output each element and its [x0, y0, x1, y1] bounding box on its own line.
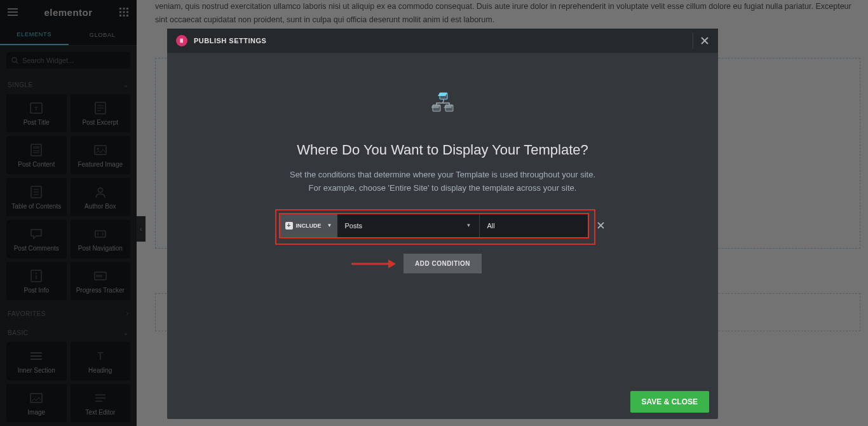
modal-title: PUBLISH SETTINGS: [194, 37, 266, 45]
close-icon[interactable]: [693, 32, 709, 49]
condition-match-value: All: [487, 222, 495, 230]
caret-down-icon: ▼: [327, 223, 332, 228]
condition-match-field[interactable]: All: [480, 214, 588, 237]
modal-sub-line2: For example, choose 'Entire Site' to dis…: [290, 182, 595, 195]
modal-heading: Where Do You Want to Display Your Templa…: [297, 142, 588, 158]
condition-type-dropdown[interactable]: + INCLUDE ▼: [280, 214, 337, 237]
modal-body: Where Do You Want to Display Your Templa…: [167, 53, 718, 385]
modal-subtitle: Set the conditions that determine where …: [290, 168, 595, 195]
condition-selector-value: Posts: [345, 222, 363, 230]
annotation-arrow-icon: [351, 258, 396, 270]
add-condition-row: ADD CONDITION: [403, 254, 482, 273]
publish-settings-modal: Ⅲ PUBLISH SETTINGS Where Do You Want to …: [167, 29, 718, 419]
elementor-logo-icon: Ⅲ: [176, 35, 187, 46]
condition-type-label: INCLUDE: [296, 223, 322, 229]
caret-down-icon: ▼: [466, 223, 471, 228]
plus-icon: +: [285, 222, 293, 230]
save-close-button[interactable]: SAVE & CLOSE: [630, 391, 709, 413]
sitemap-icon: [431, 92, 454, 115]
modal-footer: SAVE & CLOSE: [167, 385, 718, 419]
delete-condition-icon[interactable]: [595, 220, 607, 231]
condition-selector-dropdown[interactable]: Posts ▼: [337, 214, 480, 237]
condition-row: + INCLUDE ▼ Posts ▼ All: [279, 213, 589, 238]
modal-sub-line1: Set the conditions that determine where …: [290, 168, 595, 182]
add-condition-button[interactable]: ADD CONDITION: [403, 254, 482, 273]
condition-row-wrap: + INCLUDE ▼ Posts ▼ All: [279, 213, 607, 238]
modal-header: Ⅲ PUBLISH SETTINGS: [167, 29, 718, 53]
